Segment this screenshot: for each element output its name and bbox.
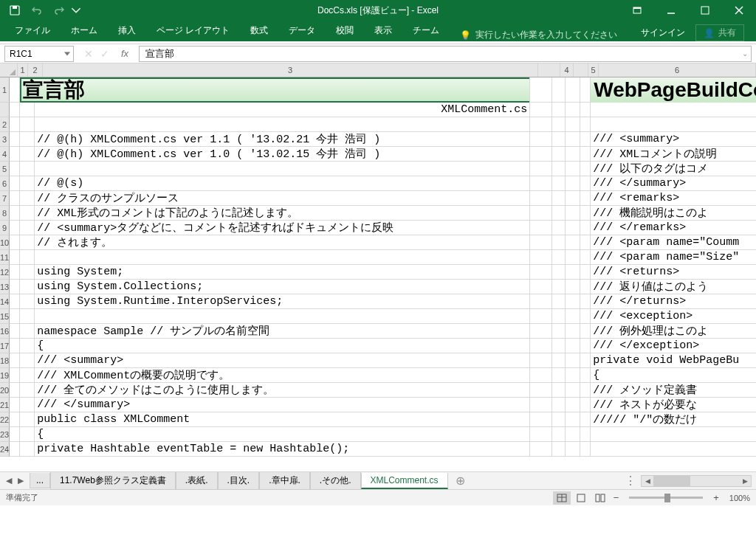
code-cell-right[interactable]: /// <remarks> (591, 191, 756, 205)
row-header[interactable]: 9 (0, 221, 10, 235)
sheet-tab-active[interactable]: XMLComment.cs (361, 473, 448, 489)
code-cell-left[interactable]: // クラスのサンプルソース (35, 191, 530, 205)
scroll-thumb[interactable] (653, 476, 690, 486)
row-header[interactable]: 1 (0, 77, 10, 103)
fx-icon[interactable]: fx (117, 48, 133, 59)
tab-insert[interactable]: 挿入 (108, 20, 146, 41)
row-header[interactable]: 13 (0, 280, 10, 294)
sheet-tab[interactable]: .目次. (218, 472, 260, 490)
code-cell-left[interactable] (35, 309, 530, 323)
view-normal-button[interactable] (553, 491, 571, 505)
code-cell-right[interactable]: private void WebPageBu (591, 353, 756, 367)
dots-icon[interactable]: ⋮ (620, 474, 641, 488)
ribbon-display-button[interactable] (620, 0, 654, 21)
code-cell-right[interactable]: /// 例外処理はこのよ (591, 324, 756, 338)
col-header[interactable] (538, 63, 560, 77)
save-button[interactable] (4, 1, 25, 19)
cell-filename[interactable]: XMLComment.cs (35, 103, 530, 117)
code-cell-right[interactable]: /// XMLコメントの説明 (591, 147, 756, 161)
row-header[interactable]: 23 (0, 427, 10, 442)
tell-me-search[interactable]: 💡 実行したい作業を入力してください (450, 29, 628, 41)
horizontal-scrollbar[interactable]: ◀ ▶ (641, 475, 752, 487)
code-cell-right[interactable]: /// 以下のタグはコメ (591, 162, 756, 176)
code-cell-left[interactable] (35, 117, 530, 131)
row-header[interactable]: 11 (0, 250, 10, 265)
row-header[interactable]: 21 (0, 398, 10, 412)
code-cell-left[interactable]: using System; (35, 265, 530, 279)
code-cell-left[interactable]: // XML形式のコメントは下記のように記述します。 (35, 206, 530, 220)
close-button[interactable] (722, 0, 756, 21)
scroll-left-icon[interactable]: ◀ (642, 476, 653, 486)
row-header[interactable]: 15 (0, 309, 10, 324)
code-cell-right[interactable]: /// 返り値はこのよう (591, 280, 756, 294)
code-cell-right[interactable]: ///// "/"の数だけ (591, 412, 756, 426)
code-cell-left[interactable]: private Hashtable eventTable = new Hasht… (35, 442, 530, 456)
tab-home[interactable]: ホーム (61, 20, 108, 41)
sheet-nav-next-icon[interactable]: ▶ (18, 476, 24, 485)
tab-file[interactable]: ファイル (4, 20, 61, 41)
col-header[interactable]: 2 (28, 63, 43, 77)
cell-title-right[interactable]: WebPageBuildCo (591, 77, 756, 103)
tab-review[interactable]: 校閲 (326, 20, 364, 41)
col-header[interactable]: 3 (43, 63, 538, 77)
row-header[interactable]: 24 (0, 442, 10, 457)
code-cell-left[interactable]: namespace Sample // サンプルの名前空間 (35, 324, 530, 338)
row-headers[interactable]: 1 2 3 4 5 6 7 8 9 10 11 12 13 14 15 16 1… (0, 77, 10, 457)
row-header[interactable]: 2 (0, 117, 10, 132)
zoom-out-button[interactable]: − (611, 492, 622, 503)
row-header[interactable]: 3 (0, 132, 10, 147)
row-header[interactable]: 17 (0, 339, 10, 353)
code-cell-right[interactable]: /// <param name="Coumm (591, 235, 756, 249)
code-cell-right[interactable]: /// メソッド定義書 (591, 383, 756, 397)
tab-data[interactable]: データ (278, 20, 326, 41)
tab-formula[interactable]: 数式 (240, 20, 278, 41)
code-cell-left[interactable]: using System.Collections; (35, 280, 530, 294)
zoom-thumb[interactable] (664, 494, 670, 502)
code-cell-left[interactable]: /// 全てのメソッドはこのように使用します。 (35, 383, 530, 397)
code-cell-right[interactable]: /// </summary> (591, 176, 756, 190)
code-cell-left[interactable]: public class XMLComment (35, 412, 530, 426)
row-header[interactable]: 7 (0, 191, 10, 206)
sheet-nav-prev-icon[interactable]: ◀ (6, 476, 12, 485)
row-header[interactable]: 22 (0, 412, 10, 427)
code-cell-right[interactable] (591, 427, 756, 441)
code-cell-left[interactable]: // <summary>タグなどに、コメントを記述すればドキュメントに反映 (35, 221, 530, 235)
cancel-formula-button[interactable]: ✕ (84, 48, 93, 60)
view-pagelayout-button[interactable] (572, 491, 590, 505)
code-cell-left[interactable]: // @(h) XMLComment.cs ver 1.1 ( '13.02.2… (35, 132, 530, 146)
code-cell-left[interactable]: using System.Runtime.InteropServices; (35, 294, 530, 308)
qat-customize-button[interactable] (71, 1, 81, 19)
code-cell-right[interactable]: /// </returns> (591, 294, 756, 308)
zoom-in-button[interactable]: + (710, 492, 722, 503)
col-header[interactable]: 4 (560, 63, 574, 77)
tab-pagelayout[interactable]: ページ レイアウト (146, 20, 240, 41)
signin-link[interactable]: サインイン (641, 27, 685, 39)
row-header[interactable]: 12 (0, 265, 10, 280)
tab-team[interactable]: チーム (402, 20, 450, 41)
enter-formula-button[interactable]: ✓ (100, 48, 109, 60)
tab-view[interactable]: 表示 (364, 20, 402, 41)
cells[interactable]: 宣言部 WebPageBuildCo XMLComment.cs (10, 77, 756, 457)
redo-button[interactable] (49, 1, 69, 19)
row-header[interactable]: 19 (0, 368, 10, 383)
col-header[interactable] (574, 63, 588, 77)
row-header[interactable]: 4 (0, 147, 10, 162)
row-header[interactable] (0, 103, 10, 117)
code-cell-right[interactable]: /// 機能説明はこのよ (591, 206, 756, 220)
code-cell-left[interactable] (35, 250, 530, 264)
sheet-add-button[interactable]: ⊕ (448, 471, 472, 490)
col-header[interactable]: 6 (599, 63, 756, 77)
view-pagebreak-button[interactable] (591, 491, 609, 505)
code-cell-right[interactable] (591, 442, 756, 456)
row-header[interactable]: 5 (0, 162, 10, 176)
sheet-nav[interactable]: ◀ ▶ (0, 476, 30, 485)
zoom-slider[interactable] (629, 497, 703, 499)
row-header[interactable]: 16 (0, 324, 10, 339)
undo-button[interactable] (27, 1, 47, 19)
code-cell-right[interactable]: /// </remarks> (591, 221, 756, 235)
code-cell-left[interactable]: // されます。 (35, 235, 530, 249)
column-headers[interactable]: 1 2 3 4 5 6 (18, 63, 756, 77)
code-cell-right[interactable] (591, 117, 756, 131)
code-cell-left[interactable]: // @(h) XMLComment.cs ver 1.0 ( '13.02.1… (35, 147, 530, 161)
zoom-label[interactable]: 100% (724, 494, 750, 502)
